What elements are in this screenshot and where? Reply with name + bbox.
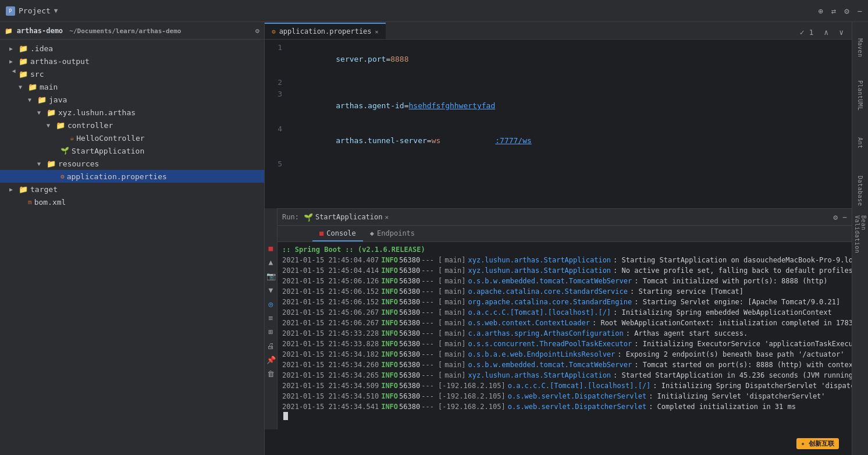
dropdown-arrow[interactable]: ▼ bbox=[54, 7, 58, 15]
console-area: Run: 🌱 StartApplication ✕ ⚙ − ■ bbox=[278, 208, 852, 429]
line-content-3[interactable]: arthas.agent-id=hsehdfsfghhwertyfad bbox=[288, 88, 852, 123]
trash-button[interactable]: 🗑 bbox=[266, 369, 276, 378]
tree-item-idea[interactable]: ▶ 📁 .idea bbox=[0, 42, 264, 55]
folder-icon: 📁 bbox=[37, 95, 47, 104]
line-content-2 bbox=[288, 77, 852, 88]
run-config: 🌱 StartApplication ✕ bbox=[304, 213, 389, 222]
gear-icon[interactable]: ⚙ bbox=[844, 6, 849, 16]
tree-item-arthas-output[interactable]: ▶ 📁 arthas-output bbox=[0, 55, 264, 67]
list-button[interactable]: ≡ bbox=[266, 313, 276, 322]
tab-console[interactable]: ■ Console bbox=[312, 226, 363, 241]
collapse-arrow: ▶ bbox=[9, 186, 19, 193]
tree-item-label: bom.xml bbox=[34, 198, 66, 207]
line-number-5: 5 bbox=[265, 158, 288, 170]
run-config-close-icon[interactable]: ✕ bbox=[385, 214, 389, 221]
sidebar-header: 📁 arthas-demo ~/Documents/learn/arthas-d… bbox=[0, 22, 264, 40]
log-line-0: 2021-01-15 21:45:04.407 INFO 56380 --- [… bbox=[278, 255, 852, 265]
spring-icon: 🌱 bbox=[61, 147, 69, 155]
pin-button[interactable]: 📌 bbox=[266, 355, 276, 364]
folder-icon: 📁 bbox=[28, 82, 37, 91]
endpoints-tab-label: Endpoints bbox=[377, 229, 415, 237]
sidebar-bean-validation[interactable]: Bean Validation bbox=[853, 215, 867, 262]
sidebar-maven[interactable]: Maven bbox=[853, 24, 867, 71]
tree-item-start-application[interactable]: 🌱 StartApplication bbox=[0, 144, 264, 157]
log-line-11: 2021-01-15 21:45:34.265 INFO 56380 --- [… bbox=[278, 370, 852, 381]
line-content-4[interactable]: arthas.tunnel-server=ws :7777/ws bbox=[288, 123, 852, 158]
editor-line-2: 2 bbox=[265, 77, 852, 88]
tab-label: application.properties bbox=[279, 27, 372, 35]
tree-item-controller[interactable]: ▼ 📁 controller bbox=[0, 119, 264, 131]
tree-item-target[interactable]: ▶ 📁 target bbox=[0, 183, 264, 195]
tree-item-package[interactable]: ▼ 📁 xyz.lushun.arthas bbox=[0, 106, 264, 119]
left-action-panel: ■ ▲ 📷 ▼ ◎ ≡ ⊞ 🖨 📌 🗑 bbox=[265, 208, 278, 429]
tree-item-label: StartApplication bbox=[72, 147, 144, 155]
sidebar-plantuml[interactable]: PlantUML bbox=[853, 72, 867, 119]
line-content-1[interactable]: server.port=8888 bbox=[288, 42, 852, 77]
java-class-icon: ☕ bbox=[70, 134, 74, 142]
collapse-arrow: ▼ bbox=[28, 97, 37, 103]
collapse-icon[interactable]: ∨ bbox=[837, 26, 846, 39]
tree-item-label: HelloController bbox=[76, 134, 144, 143]
scroll-down-button[interactable]: ▼ bbox=[266, 285, 276, 294]
console-output[interactable]: :: Spring Boot :: (v2.1.6.RELEASE) 2021-… bbox=[278, 242, 852, 429]
minimize-icon[interactable]: − bbox=[858, 6, 862, 16]
badge-button[interactable]: ◎ bbox=[266, 299, 276, 308]
tree-item-hello-controller[interactable]: ☕ HelloController bbox=[0, 131, 264, 144]
tree-item-label: resources bbox=[58, 159, 99, 168]
expand-icon[interactable]: ∧ bbox=[821, 26, 831, 39]
top-bar-left: P Project ▼ bbox=[6, 6, 818, 16]
cursor bbox=[283, 412, 288, 420]
log-line-5: 2021-01-15 21:45:06.267 INFO 56380 --- [… bbox=[278, 307, 852, 318]
tab-bar-actions: ✓ 1 ∧ ∨ bbox=[798, 26, 852, 39]
main-area: 📁 arthas-demo ~/Documents/learn/arthas-d… bbox=[0, 22, 868, 455]
tree-item-label: xyz.lushun.arthas bbox=[58, 108, 136, 117]
collapse-arrow: ▼ bbox=[11, 69, 17, 79]
tab-close-icon[interactable]: ✕ bbox=[375, 29, 379, 35]
print-button[interactable]: 🖨 bbox=[266, 341, 276, 350]
checkmark-icon[interactable]: ✓ 1 bbox=[798, 26, 816, 39]
log-line-2: 2021-01-15 21:45:06.126 INFO 56380 --- [… bbox=[278, 276, 852, 286]
camera-button[interactable]: 📷 bbox=[266, 271, 276, 280]
log-line-10: 2021-01-15 21:45:34.260 INFO 56380 --- [… bbox=[278, 360, 852, 370]
project-name: arthas-demo bbox=[17, 27, 63, 35]
prop-key-agent-id: arthas.agent-id bbox=[336, 101, 404, 110]
run-bar: Run: 🌱 StartApplication ✕ ⚙ − bbox=[278, 208, 852, 226]
sidebar-ant[interactable]: Ant bbox=[853, 120, 867, 166]
sidebar-database[interactable]: Database bbox=[853, 168, 867, 214]
collapse-arrow: ▼ bbox=[19, 84, 28, 90]
globe-icon[interactable]: ⊕ bbox=[818, 6, 823, 16]
tree-item-resources[interactable]: ▼ 📁 resources bbox=[0, 157, 264, 170]
tab-application-properties[interactable]: ⚙ application.properties ✕ bbox=[265, 23, 386, 39]
tree-item-src[interactable]: ▼ 📁 src bbox=[0, 67, 264, 80]
editor-line-5: 5 bbox=[265, 158, 852, 170]
editor-line-1: 1 server.port=8888 bbox=[265, 42, 852, 77]
arrows-icon[interactable]: ⇄ bbox=[831, 6, 836, 16]
run-bar-right: ⚙ − bbox=[833, 213, 847, 222]
watermark: ✦ 创新互联 bbox=[796, 438, 839, 449]
tree-item-application-properties[interactable]: ⚙ application.properties bbox=[0, 170, 264, 183]
watermark-icon: ✦ bbox=[801, 440, 805, 447]
scroll-up-button[interactable]: ▲ bbox=[266, 257, 276, 266]
folder-icon: 📁 bbox=[56, 120, 65, 130]
spring-boot-banner: :: Spring Boot :: (v2.1.6.RELEASE) bbox=[278, 244, 852, 255]
tree-item-bom-xml[interactable]: m bom.xml bbox=[0, 195, 264, 208]
top-bar: P Project ▼ ⊕ ⇄ ⚙ − bbox=[0, 0, 868, 22]
prop-val-tunnel-server: ws bbox=[432, 136, 441, 145]
tree-item-main[interactable]: ▼ 📁 main bbox=[0, 80, 264, 93]
folder-icon: 📁 bbox=[19, 56, 28, 66]
editor-tab-bar: ⚙ application.properties ✕ ✓ 1 ∧ ∨ bbox=[265, 22, 852, 40]
log-line-8: 2021-01-15 21:45:33.828 INFO 56380 --- [… bbox=[278, 339, 852, 349]
stop-button[interactable]: ■ bbox=[266, 243, 276, 253]
run-settings-icon[interactable]: ⚙ bbox=[833, 213, 838, 222]
line-content-5 bbox=[288, 158, 852, 170]
tree-item-java[interactable]: ▼ 📁 java bbox=[0, 93, 264, 106]
indent-button[interactable]: ⊞ bbox=[266, 327, 276, 336]
run-minimize-icon[interactable]: − bbox=[842, 213, 847, 222]
tree-item-label: controller bbox=[67, 121, 113, 130]
console-tabs: ■ Console ◆ Endpoints bbox=[278, 226, 852, 242]
tab-endpoints[interactable]: ◆ Endpoints bbox=[363, 226, 422, 241]
tree-item-label: application.properties bbox=[67, 172, 167, 181]
settings-icon[interactable]: ⚙ bbox=[255, 27, 259, 35]
right-sidebar: Maven PlantUML Ant Database Bean Validat… bbox=[852, 22, 868, 455]
log-line-3: 2021-01-15 21:45:06.152 INFO 56380 --- [… bbox=[278, 286, 852, 297]
